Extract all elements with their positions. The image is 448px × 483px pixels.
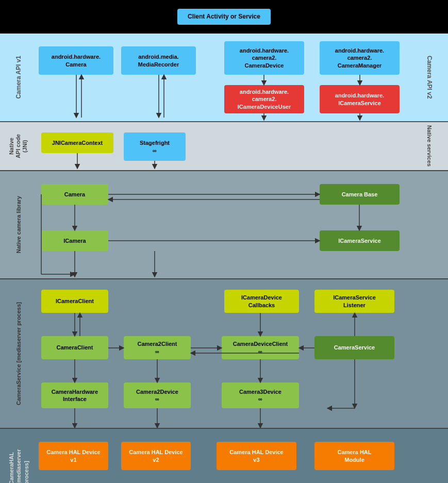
- camera-hal-device-v2-box: Camera HAL Devicev2: [121, 442, 191, 470]
- camera3-device-box: Camera3Device∞: [222, 382, 299, 408]
- camera-hal-layer: CameraHAL [mediaserver process] Camera H…: [0, 428, 448, 483]
- stagefright-box: Stagefright∞: [124, 132, 186, 161]
- android-hardware-camera2-device-box: android.hardware.camera2.CameraDevice: [224, 41, 304, 75]
- android-media-mediarecorder-box: android.media.MediaRecorder: [121, 46, 196, 75]
- native-api-layer: NativeAPI code(JNI) Native services JNIC…: [0, 121, 448, 170]
- camera-hardware-interface-box: CameraHardwareInterface: [41, 382, 108, 408]
- top-layer: Client Activity or Service: [0, 0, 448, 34]
- camera-client-box: CameraClient: [41, 336, 108, 359]
- camera-api-v1-label: Camera API v1: [1, 34, 36, 121]
- icamera-box: ICamera: [41, 230, 108, 251]
- architecture-diagram: Client Activity or Service Camera API v1…: [0, 0, 448, 483]
- icamera-service-lib-box: ICameraService: [320, 230, 400, 251]
- camera-api-layer: Camera API v1 Camera API v2 android.hard…: [0, 34, 448, 121]
- camera-service-label: CameraService [mediaserver process]: [1, 279, 36, 428]
- jni-camera-context-box: JNICameraContext: [41, 132, 113, 153]
- camera2-device-box: Camera2Device∞: [124, 382, 191, 408]
- camera-hal-device-v3-box: Camera HAL Devicev3: [217, 442, 296, 470]
- camera-hal-module-box: Camera HALModule: [314, 442, 394, 470]
- icamera-client-box: ICameraClient: [41, 290, 108, 313]
- native-camera-library-label: Native camera library: [1, 171, 36, 278]
- icamera-device-callbacks-box: ICameraDeviceCallbacks: [224, 290, 299, 313]
- client-activity-box: Client Activity or Service: [177, 9, 271, 25]
- camera-service-dark-box: CameraService: [314, 336, 394, 359]
- native-camera-layer: Native camera library Camera ICamera Cam…: [0, 170, 448, 278]
- camera-box: Camera: [41, 184, 108, 205]
- android-hardware-camera-box: android.hardware.Camera: [39, 46, 113, 75]
- android-hardware-icamera-service-box: android.hardware.ICameraService: [320, 85, 400, 113]
- android-hardware-camera2-manager-box: android.hardware.camera2.CameraManager: [320, 41, 400, 75]
- camera-service-layer: CameraService [mediaserver process] ICam…: [0, 278, 448, 428]
- native-services-label: Native services: [412, 122, 447, 170]
- camera-api-v2-label: Camera API v2: [412, 34, 447, 121]
- camera2-client-box: Camera2Client∞: [124, 336, 191, 359]
- icamera-service-listener-box: ICameraServiceListener: [314, 290, 394, 313]
- camera-device-client-box: CameraDeviceClient∞: [222, 336, 299, 359]
- native-api-label: NativeAPI code(JNI): [1, 122, 36, 170]
- camera-hal-device-v1-box: Camera HAL Devicev1: [39, 442, 108, 470]
- camera-base-box: Camera Base: [320, 184, 400, 205]
- android-hardware-icamera-device-user-box: android.hardware.camera2.ICameraDeviceUs…: [224, 85, 304, 113]
- camera-hal-label: CameraHAL [mediaserver process]: [1, 429, 36, 483]
